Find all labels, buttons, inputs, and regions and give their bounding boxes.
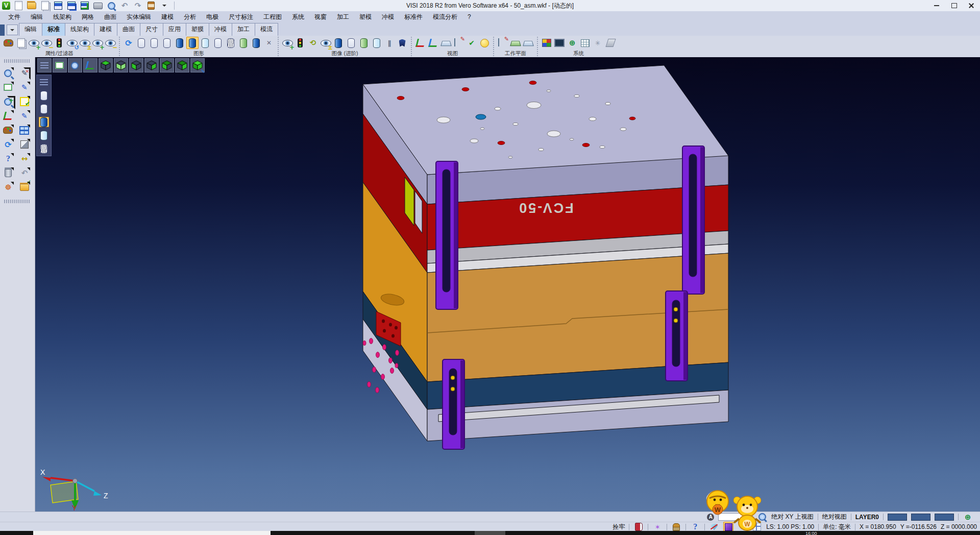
selection-rectangle-icon[interactable] [2,81,14,93]
color-swatch[interactable] [911,514,930,521]
menu-item-edit[interactable]: 编辑 [26,12,48,22]
menu-item-machining[interactable]: 加工 [332,12,354,22]
undo-arrow-icon[interactable] [18,167,31,179]
visi-logo-icon[interactable] [2,2,10,10]
slanted-sheet-icon[interactable] [604,37,617,49]
red-notebook-icon[interactable] [633,522,644,532]
measure-distance-icon[interactable] [18,153,31,165]
toggle-view-eye-icon[interactable] [320,37,332,49]
wireframe-cylinder-icon[interactable] [135,37,148,49]
regen-refresh-icon[interactable] [122,37,135,49]
open-document-icon[interactable] [40,1,50,11]
print-icon[interactable] [93,1,103,11]
view-filter-traffic-light-icon[interactable] [294,37,306,49]
magic-wand-icon[interactable] [652,522,663,532]
add-view-eye-icon[interactable] [281,37,293,49]
history-clock-icon[interactable] [146,1,156,11]
solid-cube-icon[interactable] [18,138,31,151]
save-icon[interactable] [53,1,63,11]
filter-traffic-light-icon[interactable] [53,37,65,49]
ucs-axes-icon[interactable] [2,110,14,122]
shaded-cylinder-icon[interactable] [174,37,186,49]
toolbar-grip[interactable] [4,200,31,203]
attribute-palette-icon[interactable] [2,124,14,136]
mold-assembly-model[interactable]: FCV-50 [35,57,980,512]
work-plane-grid-icon[interactable] [440,37,452,49]
3d-viewport[interactable]: FCV-50 [35,57,980,512]
hatched-cylinder-icon[interactable] [225,37,237,49]
menu-item-file[interactable]: 文件 [3,12,26,22]
menu-item-electrode[interactable]: 电极 [201,12,224,22]
tab-progress[interactable]: 冲模 [209,23,232,36]
active-layer-label[interactable]: LAYER0 [855,514,879,521]
solid-view-cylinder-icon[interactable] [332,37,345,49]
tab-dropdown-icon[interactable] [7,25,18,35]
spline-pencil-icon[interactable] [18,110,31,122]
zoom-magnifier-icon[interactable] [2,95,14,108]
hide-remove-eye-icon[interactable] [40,37,53,49]
menu-item-standard-parts[interactable]: 标准件 [399,12,428,22]
menu-item-window[interactable]: 视窗 [309,12,332,22]
menu-item-system[interactable]: 系统 [287,12,309,22]
transparent-cylinder-icon[interactable] [199,37,211,49]
menu-item-help[interactable]: ? [462,12,476,21]
world-globe-icon[interactable] [963,512,973,522]
absolute-view-label[interactable]: 绝对视图 [822,513,847,521]
tab-flow[interactable]: 模流 [255,23,278,36]
dynamic-axes-icon[interactable] [414,37,427,49]
menu-item-mesh[interactable]: 网格 [77,12,99,22]
tab-mould[interactable]: 塑膜 [186,23,209,36]
show-add-eye-icon[interactable] [28,37,40,49]
close-button[interactable] [963,0,980,11]
transparent-view-cylinder-icon[interactable] [371,37,383,49]
minimize-button[interactable] [928,0,945,11]
tab-dimension[interactable]: 尺寸 [140,23,163,36]
hidden-line-cylinder-icon[interactable] [148,37,160,49]
tab-application[interactable]: 应用 [163,23,186,36]
plane-edit-pencil-icon[interactable]: ✎ [497,37,509,49]
new-file-icon[interactable] [13,1,23,11]
menu-item-modeling[interactable]: 建模 [156,12,179,22]
menu-item-progress[interactable]: 冲模 [377,12,399,22]
plane-flat-icon[interactable] [522,37,534,49]
tab-modeling[interactable]: 建模 [94,23,117,36]
menu-item-flow-analysis[interactable]: 模流分析 [428,12,462,22]
outline-cylinder-icon[interactable] [212,37,224,49]
monitor-display-icon[interactable] [553,37,566,49]
validate-check-icon[interactable] [465,37,478,49]
taskbar-window-strip[interactable] [33,531,271,535]
window-view-icon[interactable] [18,124,31,136]
section-view-icon[interactable] [383,37,396,49]
tab-machining[interactable]: 加工 [232,23,255,36]
save-all-icon[interactable] [66,1,77,11]
view-mode-label[interactable]: 绝对 XY 上视图 [771,513,813,521]
dashed-cylinder-icon[interactable] [161,37,173,49]
ghost-view-cylinder-icon[interactable] [345,37,357,49]
undo-icon[interactable] [119,1,130,11]
orbit-axes-icon[interactable] [427,37,439,49]
world-globe-icon[interactable] [566,37,578,49]
menu-item-mould[interactable]: 塑模 [354,12,377,22]
refresh-visibility-eye-icon[interactable] [66,37,78,49]
hide-all-eye-icon[interactable] [104,37,116,49]
check-view-cylinder-icon[interactable] [358,37,370,49]
lock-label[interactable]: 拴牢 [612,523,625,531]
menu-item-analysis[interactable]: 分析 [179,12,201,22]
edit-delete-pencil-icon[interactable] [18,67,31,79]
recycle-view-icon[interactable] [307,37,319,49]
tab-surface[interactable]: 曲面 [117,23,140,36]
toggle-visibility-eye-icon[interactable] [79,37,91,49]
material-cylinder-icon[interactable] [237,37,250,49]
table-grid-icon[interactable] [579,37,591,49]
open-folder-icon[interactable] [27,1,37,11]
menu-item-dimension[interactable]: 尺寸标注 [224,12,258,22]
view-magnifier-icon[interactable] [2,67,14,79]
help-question-icon[interactable] [2,153,14,165]
tab-edit[interactable]: 编辑 [19,23,42,36]
copy-properties-icon[interactable] [15,37,27,49]
menu-item-surface[interactable]: 曲面 [99,12,121,22]
taskbar-segment[interactable] [475,531,505,535]
menu-item-wireframe[interactable]: 线架构 [48,12,77,22]
confirm-checkbox-icon[interactable] [18,95,31,108]
tab-standard[interactable]: 标准 [42,23,65,36]
